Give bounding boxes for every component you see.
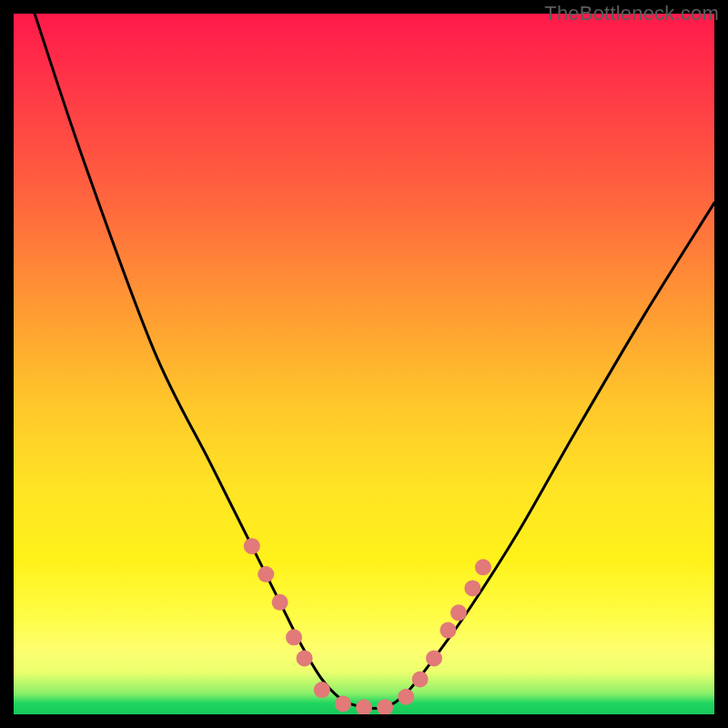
curve-marker [440, 622, 456, 639]
plot-area [14, 14, 714, 714]
curve-group [35, 14, 714, 709]
curve-marker [335, 695, 351, 712]
chart-stage: TheBottleneck.com [0, 0, 728, 728]
watermark-text: TheBottleneck.com [544, 2, 719, 25]
curve-layer [14, 14, 714, 714]
curve-marker [314, 682, 330, 698]
curve-marker [464, 580, 480, 596]
curve-marker [398, 689, 414, 705]
curve-marker [286, 629, 302, 645]
curve-marker [412, 672, 429, 688]
bottleneck-curve [35, 14, 714, 709]
curve-marker [426, 650, 442, 666]
curve-marker [377, 699, 393, 714]
marker-group [244, 538, 491, 714]
curve-marker [450, 604, 467, 621]
curve-marker [244, 538, 260, 554]
curve-marker [297, 650, 313, 666]
curve-marker [258, 566, 274, 582]
curve-marker [475, 559, 491, 575]
curve-marker [272, 594, 288, 611]
curve-marker [356, 699, 372, 714]
